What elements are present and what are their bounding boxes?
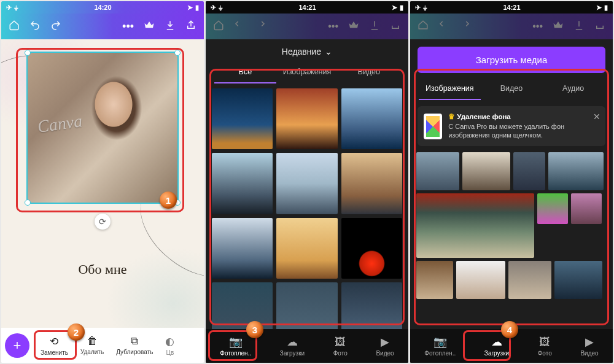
caption-text[interactable]: Обо мне <box>78 261 126 277</box>
nav-video[interactable]: ▶ Видео <box>376 335 394 357</box>
phone-screen-3: ✈⏚ 14:21 ➤▮ ••• Загрузить медиа Изображе… <box>410 1 613 363</box>
uploads-sheet: Загрузить медиа Изображения Видео Аудио … <box>410 39 613 363</box>
nav-photo-label: Фото <box>333 350 348 357</box>
top-toolbar-dimmed: ••• <box>206 14 408 39</box>
share-icon <box>594 20 605 33</box>
nav-video[interactable]: ▶ Видео <box>580 335 598 357</box>
delete-label: Удалить <box>80 349 104 355</box>
clock: 14:21 <box>298 4 316 11</box>
upload-thumb[interactable] <box>456 261 505 299</box>
redo-icon[interactable] <box>50 20 61 33</box>
download-icon[interactable] <box>165 20 176 33</box>
photo-thumb[interactable] <box>341 88 402 149</box>
tab-images[interactable]: Изображения <box>419 79 481 100</box>
top-toolbar: ••• <box>1 14 204 39</box>
tab-video[interactable]: Видео <box>481 79 543 100</box>
upload-thumb[interactable] <box>513 152 545 190</box>
photo-thumb[interactable] <box>276 218 337 279</box>
canvas-area[interactable]: Canva ⟳ Обо мне 1 <box>1 39 204 328</box>
redo-icon <box>459 20 470 33</box>
bg-remove-promo[interactable]: ♛Удаление фона С Canva Pro вы можете уда… <box>418 106 605 146</box>
airplane-icon: ✈ <box>211 4 216 12</box>
crown-icon <box>348 20 359 33</box>
status-bar: ✈⏚ 14:21 ➤▮ <box>410 1 613 14</box>
share-icon[interactable] <box>185 20 196 33</box>
location-icon: ➤ <box>392 4 397 12</box>
media-picker-sheet: Недавние ⌄ Все Изображения Видео <box>206 39 408 363</box>
upload-type-tabs: Изображения Видео Аудио <box>410 79 613 100</box>
wifi-icon: ⏚ <box>219 4 223 11</box>
home-icon[interactable] <box>9 20 20 33</box>
nav-uploads[interactable]: ☁ Загрузки <box>280 335 305 357</box>
upload-thumb[interactable] <box>416 152 459 190</box>
nav-uploads-label: Загрузки <box>280 350 305 357</box>
nav-camera-label: Фотоплен.. <box>424 350 456 357</box>
more-icon[interactable]: ••• <box>122 20 134 33</box>
sheet-title-dropdown[interactable]: Недавние ⌄ <box>206 39 408 63</box>
video-icon: ▶ <box>381 335 389 349</box>
battery-icon: ▮ <box>400 4 403 12</box>
upload-thumb[interactable] <box>537 193 568 224</box>
download-icon <box>369 20 380 33</box>
tab-audio[interactable]: Аудио <box>542 79 604 100</box>
duplicate-button[interactable]: ⧉ Дублировать <box>110 333 159 358</box>
upload-thumb[interactable] <box>554 261 602 299</box>
photo-thumb[interactable] <box>276 153 337 214</box>
rotate-handle[interactable]: ⟳ <box>95 214 111 230</box>
photo-thumb[interactable] <box>212 218 273 279</box>
upload-thumb[interactable] <box>508 261 551 299</box>
duplicate-label: Дублировать <box>116 349 153 355</box>
upload-media-button[interactable]: Загрузить медиа <box>418 47 605 73</box>
nav-video-label: Видео <box>580 350 598 357</box>
undo-icon[interactable] <box>29 20 41 33</box>
upload-thumb[interactable] <box>571 193 602 224</box>
color-button[interactable]: ◐ Цв <box>159 333 181 358</box>
photo-thumb[interactable] <box>276 88 337 149</box>
upload-thumb[interactable] <box>416 193 534 258</box>
tab-images[interactable]: Изображения <box>276 63 338 83</box>
nav-camera-roll[interactable]: 📷 Фотоплен.. <box>424 335 456 357</box>
airplane-icon: ✈ <box>6 4 12 12</box>
uploads-grid <box>410 149 613 303</box>
photo-thumb[interactable] <box>212 153 273 214</box>
photo-thumb[interactable] <box>341 153 402 214</box>
clock: 14:20 <box>94 4 111 11</box>
nav-photo[interactable]: 🖼 Фото <box>333 336 348 357</box>
phone-screen-2: ✈ ⏚ 14:21 ➤▮ ••• Недавние ⌄ Все Изображе… <box>206 1 408 363</box>
step-marker-1: 1 <box>160 192 177 209</box>
sheet-title: Недавние <box>282 47 321 56</box>
top-toolbar-dimmed: ••• <box>410 14 613 39</box>
add-button[interactable]: + <box>5 333 29 358</box>
cloud-upload-icon: ☁ <box>287 335 298 349</box>
nav-photo[interactable]: 🖼 Фото <box>538 336 552 357</box>
close-icon[interactable]: ✕ <box>593 111 600 123</box>
upload-thumb[interactable] <box>462 152 510 190</box>
upload-thumb[interactable] <box>416 261 453 299</box>
wifi-icon: ⏚ <box>14 4 18 11</box>
palette-icon: ◐ <box>165 335 174 348</box>
home-icon <box>418 20 429 33</box>
step-marker-2: 2 <box>68 323 85 341</box>
undo-icon <box>438 20 449 33</box>
tab-video[interactable]: Видео <box>338 63 400 83</box>
nav-photo-label: Фото <box>538 350 552 357</box>
bottom-toolbar: + ⟲ Заменить 🗑 Удалить ⧉ Дублировать ◐ Ц… <box>1 328 204 363</box>
location-icon: ➤ <box>596 4 602 12</box>
photo-grid <box>206 83 408 348</box>
tab-all[interactable]: Все <box>214 63 276 83</box>
status-bar: ✈ ⏚ 14:20 ➤ ▮ <box>1 1 204 14</box>
wifi-icon: ⏚ <box>423 4 427 11</box>
crown-icon <box>553 20 564 33</box>
video-icon: ▶ <box>585 335 594 349</box>
upload-thumb[interactable] <box>548 152 604 190</box>
promo-desc: С Canva Pro вы можете удалить фон изобра… <box>448 122 587 141</box>
share-icon <box>390 20 401 33</box>
promo-image <box>424 114 442 139</box>
step-marker-3: 3 <box>246 321 263 338</box>
step-marker-4: 4 <box>501 321 518 338</box>
photo-thumb[interactable] <box>212 88 273 149</box>
camera-icon: 📷 <box>433 335 447 349</box>
photo-thumb[interactable] <box>341 218 402 279</box>
crown-icon[interactable] <box>144 20 155 33</box>
promo-title: ♛Удаление фона <box>448 112 587 122</box>
